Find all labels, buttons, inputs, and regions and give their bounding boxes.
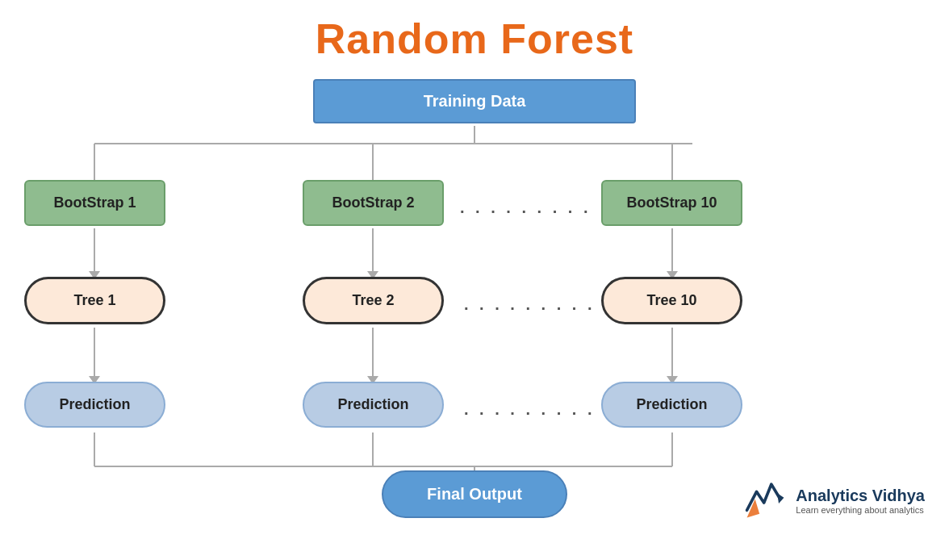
tree-2-label: Tree 2 bbox=[352, 292, 394, 308]
svg-marker-24 bbox=[777, 493, 784, 504]
page-title: Random Forest bbox=[0, 0, 949, 63]
analytics-text: Analytics Vidhya Learn everything about … bbox=[796, 487, 925, 515]
tree-1-box: Tree 1 bbox=[24, 277, 165, 324]
training-data-label: Training Data bbox=[424, 92, 526, 110]
final-output-label: Final Output bbox=[427, 485, 522, 503]
prediction-10-box: Prediction bbox=[601, 382, 742, 428]
bootstrap-1-box: BootStrap 1 bbox=[24, 180, 165, 226]
bootstrap-1-label: BootStrap 1 bbox=[53, 194, 136, 211]
bootstrap-10-label: BootStrap 10 bbox=[626, 194, 717, 211]
tree-10-label: Tree 10 bbox=[646, 292, 696, 308]
bootstrap-2-box: BootStrap 2 bbox=[303, 180, 444, 226]
analytics-logo: Analytics Vidhya Learn everything about … bbox=[743, 477, 925, 524]
bootstrap-dots: . . . . . . . . . bbox=[460, 199, 591, 217]
bootstrap-10-box: BootStrap 10 bbox=[601, 180, 742, 226]
prediction-10-label: Prediction bbox=[636, 396, 707, 412]
diagram-area: Training Data BootStrap 1 BootStrap 2 Bo… bbox=[0, 71, 949, 539]
training-data-box: Training Data bbox=[313, 79, 636, 123]
prediction-1-label: Prediction bbox=[59, 396, 130, 412]
prediction-2-box: Prediction bbox=[303, 382, 444, 428]
tree-1-label: Tree 1 bbox=[73, 292, 115, 308]
prediction-2-label: Prediction bbox=[337, 396, 408, 412]
tree-10-box: Tree 10 bbox=[601, 277, 742, 324]
final-output-box: Final Output bbox=[382, 470, 567, 518]
analytics-subtitle: Learn everything about analytics bbox=[796, 505, 925, 515]
analytics-title: Analytics Vidhya bbox=[796, 487, 925, 505]
bootstrap-2-label: BootStrap 2 bbox=[332, 194, 414, 211]
analytics-icon bbox=[743, 477, 788, 524]
tree-dots: . . . . . . . . . bbox=[464, 295, 595, 314]
prediction-dots: . . . . . . . . . bbox=[464, 400, 595, 419]
prediction-1-box: Prediction bbox=[24, 382, 165, 428]
tree-2-box: Tree 2 bbox=[303, 277, 444, 324]
